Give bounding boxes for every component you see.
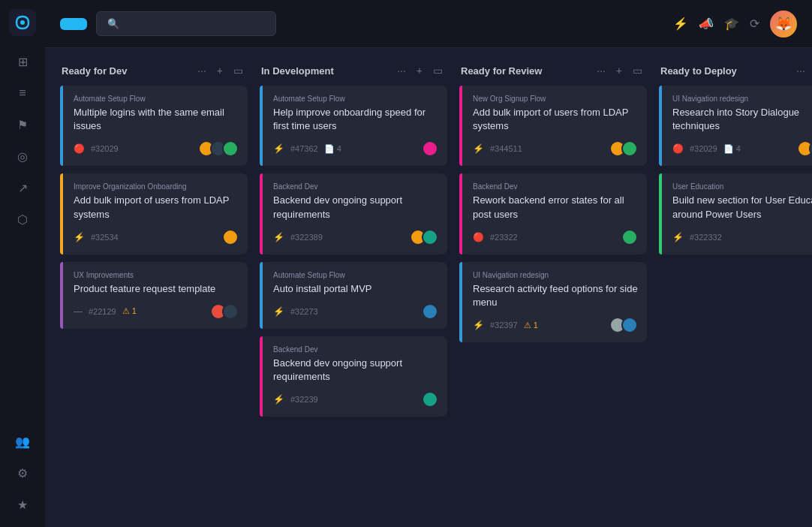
card-title: Rework backend error states for all post… — [473, 194, 638, 221]
card-title: Add bulk import of users from LDAP syste… — [74, 194, 239, 221]
card-footer: 🔴 #32029 📄 4 — [672, 140, 812, 157]
megaphone-icon[interactable]: 📣 — [699, 17, 714, 31]
card-footer: ⚡ #32239 — [273, 391, 438, 408]
avatar — [222, 140, 239, 157]
column-more-button[interactable]: ··· — [194, 63, 209, 78]
bolt-icon[interactable]: ⚡ — [673, 17, 688, 31]
card[interactable]: User Education Build new section for Use… — [659, 173, 812, 254]
column-add-button[interactable]: + — [214, 63, 226, 78]
column-actions: ··· + ▭ — [594, 63, 645, 78]
column-collapse-button[interactable]: ▭ — [630, 63, 645, 78]
card-attachments: 📄 4 — [723, 144, 741, 154]
board: Ready for Dev ··· + ▭ Automate Setup Flo… — [45, 48, 812, 527]
sidebar-iterations-icon[interactable]: ↗ — [9, 174, 36, 201]
card[interactable]: Automate Setup Flow Multiple logins with… — [60, 86, 248, 166]
sidebar-location-icon[interactable]: ◎ — [9, 143, 36, 170]
card-title: Research activity feed options for side … — [473, 282, 638, 309]
card-id: #47362 — [290, 144, 318, 153]
card-title: Product feature request template — [74, 282, 239, 296]
sidebar-members-icon[interactable]: 👥 — [9, 428, 36, 455]
column-add-button[interactable]: + — [613, 63, 625, 78]
card-border — [659, 86, 662, 166]
card-border — [459, 86, 462, 166]
sidebar-home-icon[interactable]: ⊞ — [9, 48, 36, 75]
card-meta: ⚡ #47362 📄 4 — [273, 143, 341, 154]
avatar — [422, 303, 438, 320]
card-avatars — [222, 229, 239, 245]
card[interactable]: Backend Dev Backend dev ongoing support … — [260, 173, 447, 254]
avatar — [422, 140, 438, 157]
card-avatars — [609, 317, 638, 333]
card-border — [459, 262, 462, 342]
card-meta: ⚡ #32239 — [273, 394, 318, 405]
create-story-button[interactable] — [60, 18, 87, 30]
card-avatars — [422, 303, 438, 320]
column-ready-to-deploy: Ready to Deploy ··· + ▭ UI Navigation re… — [659, 63, 812, 512]
card[interactable]: UX Improvements Product feature request … — [60, 262, 248, 329]
card-border — [260, 336, 263, 417]
sidebar-reports-icon[interactable]: ⚑ — [9, 111, 36, 138]
card-border — [60, 86, 63, 166]
sync-icon[interactable]: ⟳ — [750, 17, 759, 31]
card[interactable]: Improve Organization Onboarding Add bulk… — [60, 173, 248, 254]
card-epic: Backend Dev — [273, 182, 438, 191]
card-border — [60, 173, 63, 254]
column-more-button[interactable]: ··· — [394, 63, 409, 78]
card-avatars — [210, 303, 239, 320]
card-meta: ⚡ #322332 — [672, 232, 722, 242]
column-header: Ready for Dev ··· + ▭ — [60, 63, 248, 78]
card-avatars — [422, 140, 438, 157]
column-ready-for-dev: Ready for Dev ··· + ▭ Automate Setup Flo… — [60, 63, 248, 512]
column-header: Ready for Review ··· + ▭ — [459, 63, 647, 78]
graduation-icon[interactable]: 🎓 — [724, 17, 739, 31]
column-more-button[interactable]: ··· — [594, 63, 609, 78]
card-title: Help improve onboarding speed for first … — [273, 106, 438, 133]
avatar — [222, 229, 239, 245]
card[interactable]: Automate Setup Flow Auto install portal … — [260, 262, 447, 329]
card[interactable]: UI Navigation redesign Research into Sto… — [659, 86, 812, 166]
column-title: Ready for Review — [461, 65, 542, 77]
card[interactable]: UI Navigation redesign Research activity… — [459, 262, 647, 342]
header: 🔍 ⚡ 📣 🎓 ⟳ 🦊 — [45, 0, 812, 48]
card-footer: ⚡ #32397 ⚠ 1 — [473, 317, 638, 333]
column-in-development: In Development ··· + ▭ Automate Setup Fl… — [260, 63, 447, 512]
card-footer: — #22129 ⚠ 1 — [74, 303, 239, 320]
card-title: Auto install portal MVP — [273, 282, 438, 296]
sidebar-settings-icon[interactable]: ⚙ — [9, 459, 36, 486]
card-id: #32397 — [490, 321, 518, 330]
card-title: Backend dev ongoing support requirements — [273, 194, 438, 221]
card-footer: ⚡ #322389 — [273, 229, 438, 245]
column-add-button[interactable]: + — [414, 63, 426, 78]
card-border — [60, 262, 63, 329]
card-avatars — [422, 391, 438, 408]
card-epic: UI Navigation redesign — [473, 271, 638, 279]
card[interactable]: Backend Dev Backend dev ongoing support … — [260, 336, 447, 417]
card-id: #32273 — [290, 307, 318, 316]
card-title: Add bulk import of users from LDAP syste… — [473, 106, 638, 133]
card[interactable]: Backend Dev Rework backend error states … — [459, 173, 647, 254]
card[interactable]: New Org Signup Flow Add bulk import of u… — [459, 86, 647, 166]
card-epic: Improve Organization Onboarding — [74, 182, 239, 191]
column-title: Ready to Deploy — [660, 65, 737, 77]
sidebar-roadmap-icon[interactable]: ⬡ — [9, 206, 36, 233]
card-border — [260, 86, 263, 166]
card-epic: Backend Dev — [273, 345, 438, 354]
search-bar[interactable]: 🔍 — [96, 11, 276, 36]
column-actions: ··· + ▭ — [194, 63, 246, 78]
card[interactable]: Automate Setup Flow Help improve onboard… — [260, 86, 447, 166]
card-meta: ⚡ #32273 — [273, 306, 318, 317]
sidebar-stories-icon[interactable]: ≡ — [9, 80, 36, 107]
card-epic: Automate Setup Flow — [273, 95, 438, 103]
app-logo[interactable] — [9, 9, 36, 36]
card-meta: 🔴 #23322 — [473, 232, 518, 242]
column-collapse-button[interactable]: ▭ — [230, 63, 246, 78]
avatar — [422, 229, 438, 245]
column-collapse-button[interactable]: ▭ — [430, 63, 446, 78]
card-border — [260, 173, 263, 254]
column-ready-for-review: Ready for Review ··· + ▭ New Org Signup … — [459, 63, 647, 512]
sidebar-star-icon[interactable]: ★ — [9, 491, 36, 518]
card-title: Research into Story Dialogue techniques — [672, 106, 812, 133]
card-avatars — [797, 140, 812, 157]
column-more-button[interactable]: ··· — [793, 63, 808, 78]
user-avatar[interactable]: 🦊 — [770, 11, 797, 38]
